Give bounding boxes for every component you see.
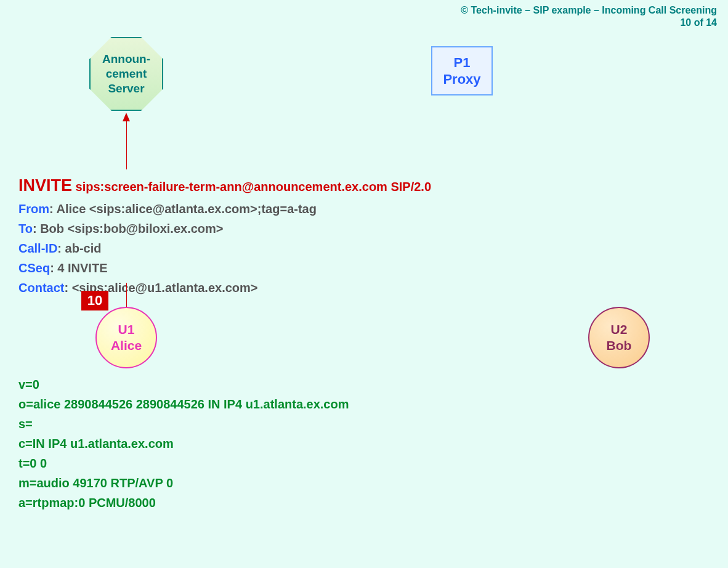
sip-request-uri: sips:screen-failure-term-ann@announcemen… [76,180,431,193]
arrow-up-line-icon [126,120,127,169]
sip-method: INVITE [18,176,72,195]
sip-header-to: To: Bob <sips:bob@biloxi.ex.com> [18,219,431,238]
u1-label: U1 Alice [111,322,142,354]
announcement-server-label: Announ- cement Server [102,52,150,95]
step-number: 10 [87,293,102,309]
sip-header-contact: Contact: <sips:alice@u1.atlanta.ex.com> [18,278,431,298]
sdp-line-c: c=IN IP4 u1.atlanta.ex.com [18,434,349,453]
sdp-body-block: v=0 o=alice 2890844526 2890844526 IN IP4… [18,375,349,513]
sdp-line-o: o=alice 2890844526 2890844526 IN IP4 u1.… [18,394,349,414]
proxy-node: P1 Proxy [431,46,493,95]
u2-label: U2 Bob [607,322,632,354]
header-right: © Tech-invite – SIP example – Incoming C… [461,5,717,28]
sip-header-callid: Call-ID: ab-cid [18,238,431,258]
proxy-label: P1 Proxy [443,54,480,88]
sdp-line-m: m=audio 49170 RTP/AVP 0 [18,473,349,493]
sip-header-cseq: CSeq: 4 INVITE [18,258,431,278]
sdp-line-s: s= [18,414,349,434]
arrow-up-head-icon [123,113,130,121]
u1-alice-node: U1 Alice [95,307,157,368]
header-title: © Tech-invite – SIP example – Incoming C… [461,5,717,15]
step-number-badge: 10 [81,291,108,310]
sip-request-line: INVITE sips:screen-failure-term-ann@anno… [18,172,431,199]
sdp-line-t: t=0 0 [18,453,349,473]
announcement-server-node: Announ- cement Server [89,37,163,111]
sdp-line-a: a=rtpmap:0 PCMU/8000 [18,493,349,513]
sdp-line-v: v=0 [18,375,349,394]
page-number: 10 of 14 [461,17,717,28]
octagon-shape: Announ- cement Server [89,37,163,111]
u2-bob-node: U2 Bob [588,307,650,368]
sip-message-block: INVITE sips:screen-failure-term-ann@anno… [18,172,431,298]
sip-header-from: From: Alice <sips:alice@atlanta.ex.com>;… [18,199,431,219]
